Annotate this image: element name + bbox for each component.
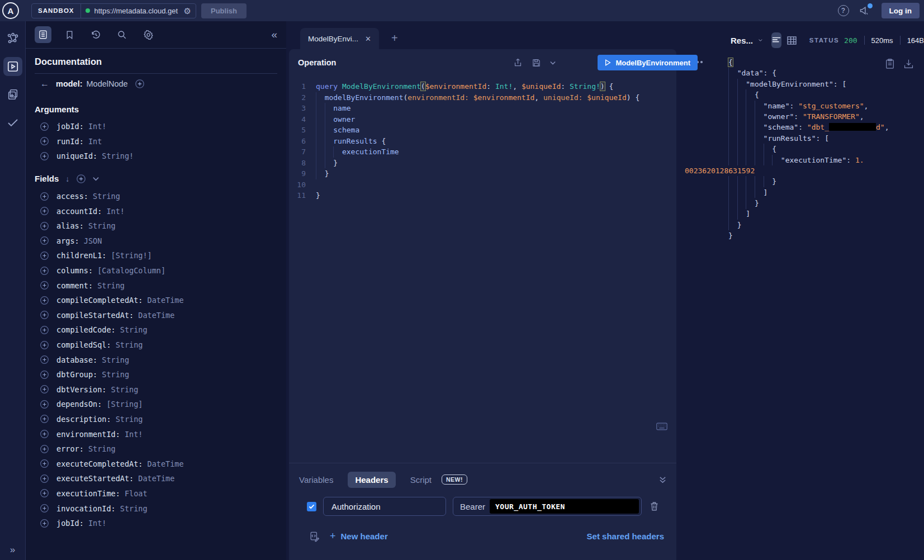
response-dropdown[interactable]: Res... [731,36,753,45]
delete-header-icon[interactable] [650,501,659,511]
field-item[interactable]: environmentId: Int! [35,426,277,442]
add-field-icon[interactable] [40,488,49,498]
add-field-icon[interactable] [40,474,49,483]
documentation-tab-icon[interactable] [35,26,51,43]
field-item[interactable]: compileStartedAt: DateTime [35,308,277,323]
add-field-icon[interactable] [40,310,49,320]
field-type[interactable]: Int! [102,207,125,216]
field-type[interactable]: [String] [102,400,143,409]
field-item[interactable]: compileCompletedAt: DateTime [35,293,277,308]
tab-variables[interactable]: Variables [299,475,333,485]
add-field-icon[interactable] [40,459,49,468]
endpoint-settings-icon[interactable]: ⚙ [184,7,191,15]
collections-icon[interactable] [3,85,22,104]
field-type[interactable]: String [106,385,138,394]
field-type[interactable]: DateTime [143,296,183,305]
field-item[interactable]: comment: String [35,278,277,293]
explorer-nav-icon[interactable] [3,57,22,76]
field-type[interactable]: JSON [79,236,102,245]
field-item[interactable]: dbtVersion: String [35,382,277,397]
field-type[interactable]: String [88,192,120,201]
field-type[interactable]: [String!] [106,251,151,260]
field-type[interactable]: String [84,444,116,453]
field-type[interactable]: DateTime [134,474,174,483]
field-type[interactable]: String! [97,151,134,160]
field-item[interactable]: compiledCode: String [35,322,277,338]
set-shared-headers-link[interactable]: Set shared headers [587,531,664,541]
preflight-script-icon[interactable] [309,531,320,542]
endpoint-url-cell[interactable]: https://metadata.cloud.get ⚙ [81,4,196,18]
code-line[interactable]: 6runResults { [289,136,676,147]
new-header-button[interactable]: + New header [330,530,388,542]
field-item[interactable]: accountId: Int! [35,203,277,219]
field-type[interactable]: Float [120,489,148,498]
field-type[interactable]: String [116,504,148,513]
apollo-logo[interactable]: A [2,2,19,19]
add-field-icon[interactable] [40,444,49,454]
auth-token-box[interactable]: YOUR_AUTH_TOKEN [490,499,639,514]
add-field-icon[interactable] [40,414,49,424]
add-field-icon[interactable] [40,296,49,305]
save-dropdown-icon[interactable] [550,61,556,65]
expand-sidebar-icon[interactable]: » [0,544,25,556]
field-type[interactable]: String [93,281,125,290]
schema-graph-icon[interactable] [3,29,22,48]
field-type[interactable]: String [84,221,116,230]
response-json[interactable]: {"data": {"modelByEnvironment": [{"name"… [685,57,924,241]
add-field-icon[interactable] [40,206,49,216]
code-line[interactable]: 4owner [289,114,676,125]
add-field-icon[interactable] [40,221,49,231]
tab-script[interactable]: Script [410,475,432,485]
chevron-down-icon[interactable] [93,177,99,181]
publish-button[interactable]: Publish [201,3,247,18]
close-tab-icon[interactable]: ✕ [365,35,371,43]
argument-item[interactable]: runId: Int [35,134,277,149]
field-type[interactable]: DateTime [143,459,183,468]
code-line[interactable]: 7executionTime [289,146,676,158]
add-field-icon[interactable] [40,370,49,379]
add-field-icon[interactable] [40,355,49,364]
field-type[interactable]: String [116,325,148,334]
field-type[interactable]: String [97,355,129,364]
help-icon[interactable]: ? [838,5,849,16]
code-line[interactable]: 1query ModelByEnvironment($environmentId… [289,81,676,92]
code-line[interactable]: 3name [289,103,676,114]
run-operation-button[interactable]: ModelByEnvironment [598,55,698,70]
table-view-toggle-icon[interactable] [787,32,797,48]
code-line[interactable]: 11} [289,190,676,201]
response-dropdown-chevron-icon[interactable] [759,38,762,42]
field-item[interactable]: childrenL1: [String!] [35,248,277,263]
add-field-icon[interactable] [40,151,49,161]
field-item[interactable]: invocationId: String [35,501,277,516]
code-line[interactable]: 10 [289,179,676,191]
header-enabled-checkbox[interactable] [307,502,316,511]
field-item[interactable]: compiledSql: String [35,338,277,353]
field-type[interactable]: DateTime [134,311,174,320]
endpoint-url[interactable]: https://metadata.cloud.get [94,7,179,15]
code-line[interactable]: 2modelByEnvironment(environmentId: $envi… [289,92,676,103]
add-field-icon[interactable] [40,251,49,260]
add-field-icon[interactable] [40,519,49,528]
login-button[interactable]: Log in [882,3,920,18]
header-value-input[interactable]: Bearer YOUR_AUTH_TOKEN [453,497,642,516]
field-item[interactable]: columns: [CatalogColumn] [35,263,277,278]
new-tab-button[interactable]: + [391,32,398,45]
field-type[interactable]: String [97,370,129,379]
tab-headers[interactable]: Headers [348,472,395,488]
field-item[interactable]: args: JSON [35,234,277,249]
field-item[interactable]: executeStartedAt: DateTime [35,471,277,486]
field-item[interactable]: jobId: Int! [35,516,277,531]
download-response-icon[interactable] [904,59,913,69]
search-icon[interactable] [113,26,130,43]
add-field-icon[interactable] [40,236,49,245]
argument-item[interactable]: jobId: Int! [35,119,277,134]
bookmarks-icon[interactable] [61,26,78,43]
add-field-icon[interactable] [40,429,49,439]
add-field-icon[interactable] [40,400,49,409]
add-field-icon[interactable] [40,325,49,335]
query-editor[interactable]: 1query ModelByEnvironment($environmentId… [289,76,676,463]
add-all-fields-icon[interactable] [135,79,145,89]
field-item[interactable]: error: String [35,442,277,457]
code-line[interactable]: 8} [289,158,676,169]
add-fields-icon[interactable] [76,174,86,184]
